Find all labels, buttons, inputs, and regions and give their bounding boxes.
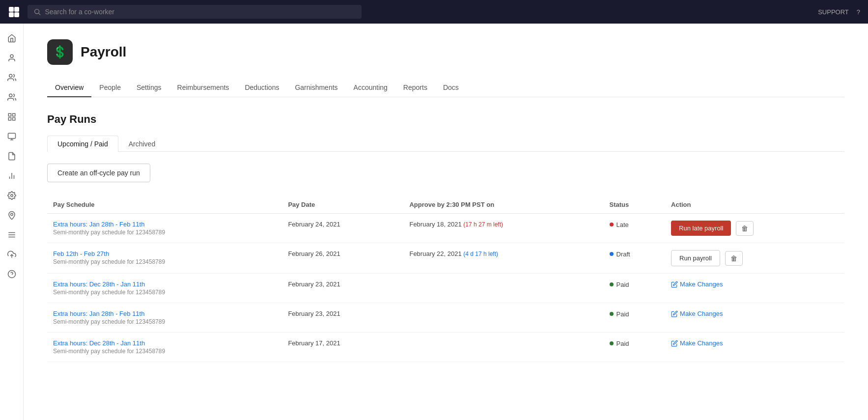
- schedule-link[interactable]: Extra hours: Jan 28th - Feb 11th: [53, 310, 276, 317]
- status-badge: Paid: [610, 310, 629, 318]
- sidebar-item-home[interactable]: [3, 29, 21, 47]
- main-content: 💲 Payroll Overview People Settings Reimb…: [24, 24, 868, 420]
- sidebar-item-reports[interactable]: [3, 128, 21, 145]
- schedule-link[interactable]: Extra hours: Dec 28th - Jan 11th: [53, 339, 276, 347]
- tab-garnishments[interactable]: Garnishments: [287, 79, 345, 97]
- tab-deductions[interactable]: Deductions: [237, 79, 287, 97]
- col-pay-schedule: Pay Schedule: [47, 196, 282, 214]
- sidebar-item-person[interactable]: [3, 49, 21, 67]
- tab-settings[interactable]: Settings: [129, 79, 169, 97]
- status-dot: [610, 252, 614, 256]
- status-cell: Paid: [604, 274, 666, 303]
- pay-runs-section: Pay Runs Upcoming / Paid Archived Create…: [47, 113, 844, 362]
- svg-rect-1: [14, 7, 19, 12]
- approve-by: February 22, 2021 (4 d 17 h left): [403, 243, 603, 274]
- tab-accounting[interactable]: Accounting: [346, 79, 395, 97]
- tab-people[interactable]: People: [91, 79, 129, 97]
- status-cell: Draft: [604, 243, 666, 274]
- tab-reports[interactable]: Reports: [395, 79, 435, 97]
- table-row: Feb 12th - Feb 27th Semi-monthly pay sch…: [47, 243, 844, 274]
- schedule-sub: Semi-monthly pay schedule for 123458789: [53, 258, 276, 265]
- tab-docs[interactable]: Docs: [435, 79, 467, 97]
- table-row: Extra hours: Dec 28th - Jan 11th Semi-mo…: [47, 274, 844, 303]
- action-cell: Make Changes: [665, 274, 844, 303]
- status-badge: Paid: [610, 281, 629, 288]
- pay-runs-table: Pay Schedule Pay Date Approve by 2:30 PM…: [47, 196, 844, 362]
- run-payroll-button[interactable]: Run payroll: [671, 250, 720, 266]
- support-link[interactable]: SUPPORT: [818, 8, 849, 16]
- search-bar[interactable]: [28, 5, 362, 19]
- status-badge: Paid: [610, 340, 629, 347]
- tab-reimbursements[interactable]: Reimbursements: [169, 79, 237, 97]
- table-row: Extra hours: Jan 28th - Feb 11th Semi-mo…: [47, 303, 844, 333]
- sidebar-item-location[interactable]: [3, 206, 21, 224]
- subtab-archived[interactable]: Archived: [118, 136, 166, 152]
- svg-point-4: [35, 9, 39, 14]
- schedule-sub: Semi-monthly pay schedule for 123458789: [53, 289, 276, 296]
- status-label: Paid: [616, 281, 629, 288]
- action-cell: Make Changes: [665, 333, 844, 362]
- tab-overview[interactable]: Overview: [47, 79, 91, 97]
- svg-rect-13: [8, 133, 15, 139]
- col-status: Status: [604, 196, 666, 214]
- pay-date: February 24, 2021: [282, 214, 403, 243]
- pay-date: February 23, 2021: [282, 303, 403, 333]
- run-late-button[interactable]: Run late payroll: [671, 221, 731, 236]
- app-title: Payroll: [81, 44, 126, 60]
- svg-rect-11: [8, 118, 11, 120]
- status-dot: [610, 312, 614, 316]
- app-header: 💲 Payroll: [47, 39, 844, 65]
- status-cell: Paid: [604, 333, 666, 362]
- sidebar-item-people[interactable]: [3, 69, 21, 86]
- create-offcycle-button[interactable]: Create an off-cycle pay run: [47, 164, 150, 182]
- sidebar-item-apps[interactable]: [3, 108, 21, 126]
- status-badge: Late: [610, 221, 629, 228]
- sidebar-item-list[interactable]: [3, 226, 21, 244]
- action-cell: Run late payroll🗑: [665, 214, 844, 243]
- make-changes-button[interactable]: Make Changes: [671, 310, 723, 317]
- svg-point-6: [10, 55, 13, 57]
- search-input[interactable]: [45, 8, 356, 16]
- make-changes-button[interactable]: Make Changes: [671, 339, 723, 347]
- status-cell: Late: [604, 214, 666, 243]
- action-cell: Make Changes: [665, 303, 844, 333]
- pay-date: February 17, 2021: [282, 333, 403, 362]
- make-changes-button[interactable]: Make Changes: [671, 280, 723, 288]
- top-nav: SUPPORT ?: [0, 0, 868, 24]
- nav-tabs: Overview People Settings Reimbursements …: [47, 79, 844, 97]
- status-label: Late: [616, 221, 629, 228]
- schedule-sub: Semi-monthly pay schedule for 123458789: [53, 318, 276, 325]
- sidebar-item-docs[interactable]: [3, 147, 21, 165]
- approve-date: February 18, 2021: [409, 221, 461, 228]
- schedule-link[interactable]: Feb 12th - Feb 27th: [53, 250, 276, 257]
- delete-button[interactable]: 🗑: [725, 251, 743, 266]
- sidebar-item-group[interactable]: [3, 88, 21, 106]
- search-icon: [33, 8, 41, 16]
- delete-button[interactable]: 🗑: [736, 221, 754, 236]
- help-icon[interactable]: ?: [857, 8, 860, 16]
- edit-icon: [671, 281, 678, 288]
- edit-icon: [671, 310, 678, 317]
- svg-rect-9: [8, 113, 11, 116]
- status-dot: [610, 341, 614, 345]
- approve-by: [403, 303, 603, 333]
- svg-rect-12: [12, 118, 15, 120]
- sidebar-item-help[interactable]: [3, 265, 21, 283]
- sidebar-item-settings[interactable]: [3, 187, 21, 204]
- status-dot: [610, 282, 614, 286]
- top-nav-right: SUPPORT ?: [818, 8, 860, 16]
- sidebar-item-chart[interactable]: [3, 167, 21, 185]
- status-cell: Paid: [604, 303, 666, 333]
- schedule-link[interactable]: Extra hours: Dec 28th - Jan 11th: [53, 280, 276, 288]
- section-title: Pay Runs: [47, 113, 844, 126]
- action-cell: Run payroll🗑: [665, 243, 844, 274]
- svg-point-19: [10, 195, 13, 197]
- status-badge: Draft: [610, 251, 630, 258]
- edit-icon: [671, 340, 678, 347]
- sidebar-item-upload[interactable]: [3, 246, 21, 263]
- approve-time-extra: (4 d 17 h left): [463, 251, 498, 257]
- subtab-upcoming[interactable]: Upcoming / Paid: [47, 136, 118, 152]
- schedule-link[interactable]: Extra hours: Jan 28th - Feb 11th: [53, 221, 276, 228]
- col-action: Action: [665, 196, 844, 214]
- col-pay-date: Pay Date: [282, 196, 403, 214]
